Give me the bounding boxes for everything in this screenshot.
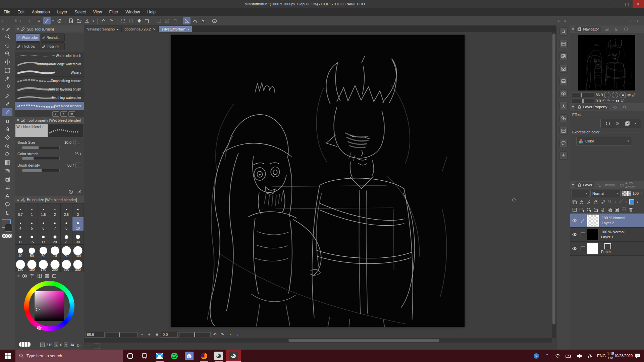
sv-cursor[interactable]	[36, 308, 40, 311]
size-cell[interactable]: 12	[15, 231, 26, 245]
layer-thumbnail[interactable]	[587, 243, 598, 254]
selection-border-icon[interactable]	[155, 17, 163, 24]
saturation-value-square[interactable]	[35, 291, 64, 321]
rotate-left-icon[interactable]: ↶	[212, 332, 218, 337]
tool-zoom[interactable]	[2, 33, 12, 41]
maximize-button[interactable]: ▢	[621, 0, 633, 8]
new-vector-layer-icon[interactable]	[586, 207, 591, 212]
size-cell[interactable]: 80	[61, 245, 72, 258]
invert-selection-icon[interactable]	[136, 17, 143, 24]
dock-handle-icon[interactable]: ‖	[14, 19, 18, 23]
size-cell[interactable]: 60	[38, 245, 49, 258]
close-button[interactable]: ✕	[633, 0, 644, 8]
tab-information[interactable]	[622, 26, 630, 32]
pen-settings-icon[interactable]	[585, 353, 595, 359]
selection-clear-icon[interactable]	[171, 17, 179, 24]
visibility-eye-icon[interactable]	[572, 246, 577, 251]
size-cell[interactable]: 1.5	[38, 203, 49, 217]
size-cell[interactable]: 17	[38, 231, 49, 245]
size-cell[interactable]: 8	[61, 217, 72, 231]
tab-history[interactable]: History	[596, 182, 617, 188]
panel-dock-right-icon[interactable]: ›	[636, 19, 639, 23]
tab-layer[interactable]: Layer	[575, 182, 594, 188]
rotate-reset-icon[interactable]: ◔	[227, 332, 233, 337]
transparent-color-swatch[interactable]	[2, 234, 12, 238]
taskbar-search[interactable]: Type here to search	[15, 350, 123, 362]
clip-studio-launcher-button[interactable]	[211, 350, 226, 362]
crop-icon[interactable]	[144, 17, 151, 24]
undo-icon[interactable]: ↶	[100, 17, 107, 24]
size-cell[interactable]: 15	[26, 231, 38, 245]
navigator-rotation-slider[interactable]	[572, 99, 594, 103]
size-cell[interactable]: 150	[26, 258, 38, 272]
mail-button[interactable]	[152, 350, 167, 362]
start-button[interactable]	[0, 350, 15, 362]
size-cell[interactable]: 250	[61, 258, 72, 272]
tab-animation-cels[interactable]	[611, 104, 619, 110]
subtool-tab-realistic[interactable]: Realistic	[41, 34, 65, 42]
size-cell[interactable]: 0.7	[15, 203, 26, 217]
tool-gradient[interactable]	[2, 158, 12, 167]
lock-transparent-icon[interactable]	[600, 200, 605, 204]
tool-ruler[interactable]	[2, 183, 12, 192]
fit-screen-icon[interactable]: ⤢	[632, 93, 635, 97]
nav-zoom-out-icon[interactable]: −	[604, 92, 610, 98]
ruler-range-dropdown-icon[interactable]: ▾	[626, 200, 627, 204]
reset-settings-icon[interactable]	[68, 189, 73, 194]
toolprop-menu-icon[interactable]: ≡	[17, 118, 19, 123]
vscroll-thumb[interactable]	[552, 34, 555, 324]
layer-checkbox[interactable]	[581, 232, 585, 237]
redo-icon[interactable]: ↷	[108, 17, 115, 24]
layer-name[interactable]: Layer 2	[602, 221, 625, 226]
material-manga-icon[interactable]	[559, 65, 568, 73]
tab-auto-action[interactable]: Auto Action	[618, 180, 642, 190]
tool-blend[interactable]	[2, 141, 12, 150]
brush-item[interactable]: Running color edge watercolor	[15, 60, 84, 68]
firefox-button[interactable]	[197, 350, 211, 362]
tool-hand[interactable]	[2, 41, 12, 49]
nav-rotate-reset-icon[interactable]: ◔	[611, 99, 614, 103]
open-file-icon[interactable]	[75, 17, 83, 24]
hsv-toggle-icon[interactable]: ▷	[77, 343, 80, 348]
tool-correct-line[interactable]	[2, 208, 12, 217]
layer-row-paper[interactable]: Paper	[570, 242, 644, 256]
size-cell[interactable]: 25	[61, 231, 72, 245]
brush-item[interactable]: Soothing watercolor	[15, 94, 84, 102]
stepper-icon[interactable]: ▲▼	[79, 152, 81, 156]
brush-item[interactable]: Emphasizing texture	[15, 77, 84, 85]
param-value[interactable]: 10.0	[64, 140, 71, 144]
tool-text[interactable]	[2, 192, 12, 200]
hscroll-thumb[interactable]	[288, 339, 439, 342]
menu-edit[interactable]: Edit	[14, 8, 28, 16]
delete-subtool-icon[interactable]: 🗑	[68, 111, 75, 117]
color-set-tab-icon[interactable]	[37, 274, 42, 278]
wifi-icon[interactable]	[553, 353, 563, 359]
material-search-icon[interactable]	[559, 27, 568, 36]
clip-studio-icon[interactable]	[56, 17, 63, 24]
material-primitive-icon[interactable]	[559, 114, 568, 122]
material-download-icon[interactable]	[559, 152, 568, 160]
size-cell[interactable]: 2.5	[61, 203, 72, 217]
color-mixing-tab-icon[interactable]	[52, 274, 57, 278]
zoom-in-icon[interactable]: +	[146, 332, 152, 337]
layerpanel-menu-icon[interactable]: ≡	[572, 183, 574, 187]
size-cell[interactable]: 1	[26, 203, 38, 217]
layer-color-dropdown-icon[interactable]: ▾	[637, 200, 638, 204]
dock-collapse-icon[interactable]: «	[0, 19, 5, 23]
tool-eraser[interactable]	[2, 133, 12, 141]
brush-item[interactable]: Watercolor brush	[15, 52, 84, 60]
stepper-icon[interactable]: ▲▼	[72, 141, 74, 144]
paste-subtool-icon[interactable]: ⤒	[60, 111, 67, 117]
material-3d-icon[interactable]	[559, 89, 568, 98]
save-dropdown-icon[interactable]: ▾	[91, 19, 96, 23]
navigator-zoom-slider[interactable]	[572, 93, 594, 97]
panel-dock-left-icon[interactable]: ‹	[629, 19, 633, 23]
zoom-reset-icon[interactable]: ■	[154, 332, 160, 337]
canvas-zoom-value[interactable]: 86.9	[85, 332, 105, 338]
document-tab-active[interactable]: sillystuffforfun*●	[159, 26, 192, 32]
param-value[interactable]: 50	[67, 163, 71, 167]
toolbar-menu-icon[interactable]: ≡	[2, 27, 4, 31]
size-cell[interactable]: 4	[15, 217, 26, 231]
tool-pencil[interactable]	[2, 100, 12, 108]
menu-layer[interactable]: Layer	[53, 8, 71, 16]
